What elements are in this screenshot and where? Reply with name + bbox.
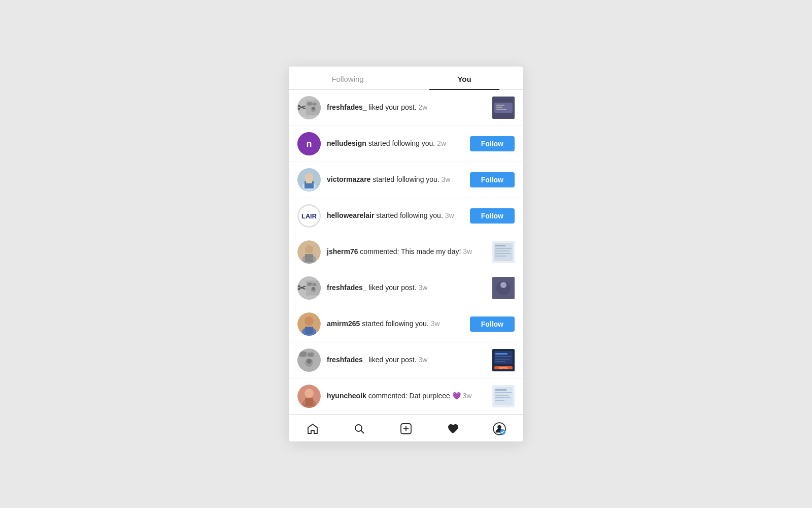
notif-item: LAIR hellowearelair started following yo… — [289, 198, 523, 234]
nav-heart[interactable] — [429, 420, 476, 437]
svg-text:BUTTON: BUTTON — [499, 367, 507, 369]
notif-text: nelludesign started following you. 2w — [327, 139, 464, 149]
bottom-nav — [289, 415, 523, 441]
avatar — [297, 348, 321, 372]
add-icon — [399, 422, 413, 435]
heart-icon — [446, 422, 459, 435]
notif-text: victormazare started following you. 3w — [327, 175, 464, 185]
svg-point-39 — [304, 316, 314, 326]
svg-rect-65 — [495, 397, 511, 398]
avatar — [297, 276, 321, 300]
phone-frame: Following You freshfades_ liked your pos… — [289, 67, 523, 441]
follow-button[interactable]: Follow — [470, 136, 515, 151]
svg-rect-7 — [496, 105, 504, 106]
notif-item: freshfades_ liked your post. 3w BUTTON — [289, 342, 523, 378]
post-thumbnail — [492, 277, 515, 299]
tab-you[interactable]: You — [406, 67, 523, 89]
svg-text:n: n — [307, 139, 312, 149]
post-thumbnail — [492, 385, 515, 407]
nav-profile[interactable] — [476, 420, 523, 437]
avatar — [297, 312, 321, 336]
nav-search[interactable] — [336, 420, 383, 437]
svg-rect-58 — [305, 398, 313, 406]
svg-rect-26 — [495, 248, 512, 249]
avatar — [297, 168, 321, 192]
avatar: n — [297, 132, 321, 155]
svg-rect-2 — [313, 103, 317, 106]
svg-point-37 — [500, 282, 506, 288]
svg-rect-27 — [495, 250, 510, 251]
svg-rect-25 — [495, 245, 505, 246]
svg-rect-1 — [308, 102, 312, 105]
home-icon — [306, 422, 319, 435]
svg-rect-44 — [308, 353, 314, 357]
post-thumbnail: BUTTON — [492, 349, 515, 371]
notif-text: jsherm76 commented: This made my day! 3w — [327, 247, 486, 257]
svg-point-4 — [312, 107, 315, 110]
svg-rect-9 — [496, 109, 506, 110]
svg-point-56 — [304, 389, 314, 398]
notif-item: hyuncheolk commented: Dat purpleee 💜 3w — [289, 378, 523, 415]
svg-rect-51 — [495, 359, 510, 360]
notif-text: freshfades_ liked your post. 3w — [327, 355, 486, 365]
svg-rect-22 — [305, 254, 313, 262]
avatar — [297, 385, 321, 408]
follow-button[interactable]: Follow — [470, 172, 515, 187]
svg-rect-49 — [495, 353, 507, 355]
svg-rect-16 — [306, 179, 312, 183]
svg-point-46 — [307, 359, 312, 364]
notif-item: n nelludesign started following you. 2w … — [289, 126, 523, 162]
svg-rect-32 — [313, 283, 317, 286]
notif-text: amirm265 started following you. 3w — [327, 319, 464, 329]
svg-rect-8 — [496, 107, 502, 108]
svg-rect-63 — [495, 392, 512, 393]
notif-item: victormazare started following you. 3w F… — [289, 162, 523, 198]
tab-following[interactable]: Following — [289, 67, 406, 89]
svg-point-34 — [312, 287, 315, 290]
svg-rect-50 — [495, 356, 512, 357]
notif-text: hellowearelair started following you. 3w — [327, 211, 464, 221]
svg-rect-43 — [299, 352, 307, 357]
svg-rect-66 — [495, 400, 504, 401]
svg-rect-62 — [495, 389, 506, 391]
notif-text: freshfades_ liked your post. 3w — [327, 283, 486, 293]
notif-item: amirm265 started following you. 3w Follo… — [289, 306, 523, 342]
svg-rect-41 — [305, 327, 313, 334]
nav-add[interactable] — [383, 420, 429, 437]
svg-text:LAIR: LAIR — [301, 212, 317, 220]
notif-item: freshfades_ liked your post. 2w — [289, 90, 523, 126]
notif-text: freshfades_ liked your post. 2w — [327, 103, 486, 113]
avatar — [297, 240, 321, 264]
svg-line-68 — [361, 431, 364, 434]
svg-rect-31 — [308, 282, 312, 285]
notif-item: jsherm76 commented: This made my day! 3w — [289, 234, 523, 270]
svg-point-73 — [497, 425, 501, 429]
svg-rect-48 — [494, 351, 513, 364]
search-icon — [353, 422, 366, 435]
notifications-list: freshfades_ liked your post. 2w n — [289, 90, 523, 415]
svg-rect-64 — [495, 395, 509, 396]
svg-rect-59 — [303, 400, 306, 404]
svg-point-20 — [305, 245, 313, 253]
avatar: LAIR — [297, 204, 321, 228]
notif-text: hyuncheolk commented: Dat purpleee 💜 3w — [327, 391, 486, 401]
post-thumbnail — [492, 97, 515, 119]
post-thumbnail — [492, 241, 515, 263]
svg-point-67 — [355, 425, 362, 431]
avatar — [297, 96, 321, 119]
svg-rect-52 — [495, 361, 505, 362]
nav-home[interactable] — [289, 420, 336, 437]
profile-icon — [493, 422, 506, 435]
follow-button[interactable]: Follow — [470, 208, 515, 224]
tabs-bar: Following You — [289, 67, 523, 90]
svg-rect-29 — [495, 256, 506, 257]
svg-rect-28 — [495, 253, 511, 254]
follow-button[interactable]: Follow — [470, 316, 515, 332]
notif-item: freshfades_ liked your post. 3w — [289, 270, 523, 306]
